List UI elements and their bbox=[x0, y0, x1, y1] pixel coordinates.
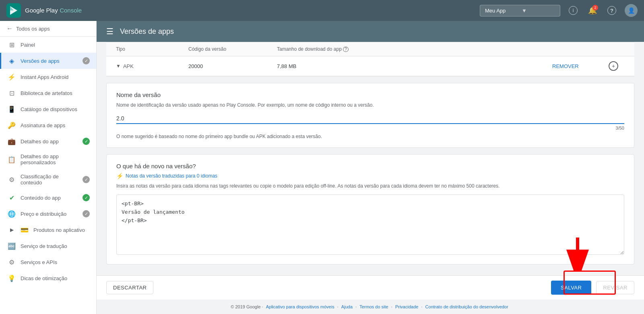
whats-new-title: O que há de novo na versão? bbox=[116, 163, 624, 169]
footer-link-ajuda[interactable]: Ajuda bbox=[341, 304, 353, 309]
back-arrow-icon: ← bbox=[6, 25, 13, 32]
back-label: Todos os apps bbox=[16, 26, 50, 32]
info-button[interactable]: i bbox=[567, 4, 580, 17]
footer-link-termos[interactable]: Termos do site bbox=[359, 304, 388, 309]
notes-textarea[interactable]: <pt-BR> Versão de lançamento </pt-BR> bbox=[116, 194, 624, 255]
version-name-hint: O nome sugerido é baseado no nome do pri… bbox=[116, 134, 624, 139]
review-button[interactable]: REVISAR bbox=[596, 281, 634, 294]
header-controls: Meu App ▼ i 🔔 2 ? 👤 bbox=[322, 4, 638, 17]
preco-check: ✓ bbox=[83, 210, 90, 217]
logo-text: Google Play Console bbox=[25, 7, 82, 14]
apk-table-card: Tipo Código da versão Tamanho de Tamanho… bbox=[106, 42, 634, 76]
play-store-icon bbox=[6, 3, 21, 18]
row-chevron-icon[interactable]: ▼ bbox=[116, 63, 121, 69]
version-name-title: Nome da versão bbox=[116, 91, 624, 98]
conteudo-icon: ✔ bbox=[8, 194, 16, 202]
sidebar-item-biblioteca[interactable]: ⊡ Biblioteca de artefatos bbox=[0, 85, 96, 101]
sidebar: ← Todos os apps ⊞ Painel ◈ Versões de ap… bbox=[0, 21, 97, 314]
spacer bbox=[97, 271, 644, 274]
col-codigo: Código da versão bbox=[188, 46, 277, 52]
sidebar-item-assinatura[interactable]: 🔑 Assinatura de apps bbox=[0, 117, 96, 133]
whats-new-card: O que há de novo na versão? ⚡ Notas da v… bbox=[106, 154, 634, 264]
page-header: ☰ Versões de apps bbox=[97, 21, 644, 42]
save-button[interactable]: SALVAR bbox=[551, 281, 591, 295]
logo-console: Console bbox=[60, 7, 82, 14]
sidebar-item-versoes[interactable]: ◈ Versões de apps ✓ bbox=[0, 53, 96, 69]
produtos-icon: 💳 bbox=[21, 226, 29, 234]
logo-google: Google Play bbox=[25, 7, 58, 14]
footer-dot-4: · bbox=[421, 304, 423, 309]
classificacao-check: ✓ bbox=[83, 176, 90, 183]
detalhes-icon: 💼 bbox=[8, 137, 16, 145]
footer-link-app[interactable]: Aplicativo para dispositivos móveis bbox=[266, 304, 334, 309]
catalogo-icon: 📱 bbox=[8, 105, 16, 113]
sidebar-item-traducao[interactable]: 🔤 Serviço de tradução bbox=[0, 238, 96, 254]
sidebar-item-conteudo[interactable]: ✔ Conteúdo do app ✓ bbox=[0, 190, 96, 206]
conteudo-check: ✓ bbox=[83, 194, 90, 201]
sidebar-label-preco: Preço e distribuição bbox=[21, 211, 78, 217]
classificacao-icon: ⚙ bbox=[8, 176, 16, 184]
footer-dot-3: · bbox=[391, 304, 394, 309]
dicas-icon: 💡 bbox=[8, 274, 16, 282]
sidebar-label-biblioteca: Biblioteca de artefatos bbox=[21, 90, 90, 96]
user-avatar[interactable]: 👤 bbox=[625, 4, 638, 17]
footer-link-privacidade[interactable]: Privacidade bbox=[395, 304, 418, 309]
detalhes-check: ✓ bbox=[83, 138, 90, 145]
grid-icon: ⊞ bbox=[8, 41, 16, 49]
help-button[interactable]: ? bbox=[605, 4, 618, 17]
hamburger-icon[interactable]: ☰ bbox=[106, 27, 114, 36]
translation-row: ⚡ Notas da versão traduzidas para 0 idio… bbox=[116, 173, 624, 179]
back-to-apps[interactable]: ← Todos os apps bbox=[0, 21, 96, 37]
sidebar-label-assinatura: Assinatura de apps bbox=[21, 122, 90, 128]
sidebar-item-detalhes-personalizado[interactable]: 📋 Detalhes do app personalizados bbox=[0, 149, 96, 169]
sidebar-label-conteudo: Conteúdo do app bbox=[21, 195, 78, 201]
sidebar-item-painel[interactable]: ⊞ Painel bbox=[0, 37, 96, 53]
sidebar-label-catalogo: Catálogo de dispositivos bbox=[21, 106, 90, 112]
footer-copyright: © 2019 Google bbox=[231, 304, 260, 309]
sidebar-item-catalogo[interactable]: 📱 Catálogo de dispositivos bbox=[0, 101, 96, 117]
version-name-card: Nome da versão Nome de identificação da … bbox=[106, 83, 634, 148]
main-layout: ← Todos os apps ⊞ Painel ◈ Versões de ap… bbox=[0, 21, 644, 314]
bottom-actions: DESCARTAR SALVAR REVISAR bbox=[97, 275, 644, 300]
sidebar-label-servicos: Serviços e APIs bbox=[21, 259, 90, 265]
cell-remove[interactable]: REMOVER bbox=[552, 63, 609, 69]
version-name-description: Nome de identificação da versão usado ap… bbox=[116, 101, 624, 109]
footer-link-contrato[interactable]: Contrato de distribuição do desenvolvedo… bbox=[425, 304, 508, 309]
notes-description: Insira as notas da versão para cada idio… bbox=[116, 182, 624, 190]
page-title: Versões de apps bbox=[120, 27, 174, 36]
cell-codigo: 20000 bbox=[188, 63, 277, 69]
sidebar-item-preco[interactable]: 🌐 Preço e distribuição ✓ bbox=[0, 206, 96, 222]
cell-tipo-value: APK bbox=[123, 63, 134, 69]
versoes-check: ✓ bbox=[83, 57, 90, 64]
sidebar-label-instant: Instant Apps Android bbox=[21, 74, 90, 80]
sidebar-label-classificacao: Classificação de conteúdo bbox=[21, 174, 78, 186]
footer: © 2019 Google · Aplicativo para disposit… bbox=[97, 300, 644, 314]
app-selector-label: Meu App bbox=[485, 8, 518, 14]
sidebar-item-produtos[interactable]: ▶ 💳 Produtos no aplicativo bbox=[0, 222, 96, 238]
sidebar-item-instant[interactable]: ⚡ Instant Apps Android bbox=[0, 69, 96, 85]
expand-icon: ▶ bbox=[8, 226, 16, 234]
notifications-button[interactable]: 🔔 2 bbox=[586, 4, 599, 17]
sidebar-item-classificacao[interactable]: ⚙ Classificação de conteúdo ✓ bbox=[0, 169, 96, 190]
translate-icon: ⚡ bbox=[116, 173, 123, 179]
personalizado-icon: 📋 bbox=[8, 155, 16, 163]
version-name-section: Nome da versão Nome de identificação da … bbox=[107, 83, 634, 147]
discard-button[interactable]: DESCARTAR bbox=[106, 281, 153, 294]
sidebar-item-dicas[interactable]: 💡 Dicas de otimização bbox=[0, 270, 96, 286]
traducao-icon: 🔤 bbox=[8, 242, 16, 250]
sidebar-label-produtos: Produtos no aplicativo bbox=[33, 227, 90, 233]
content-area: ☰ Versões de apps Tipo Código da versão … bbox=[97, 21, 644, 314]
remove-link[interactable]: REMOVER bbox=[552, 63, 579, 69]
cell-plus[interactable]: + bbox=[609, 61, 625, 71]
servicos-icon: ⚙ bbox=[8, 258, 16, 266]
app-selector[interactable]: Meu App ▼ bbox=[480, 5, 560, 17]
info-icon: i bbox=[569, 6, 578, 15]
plus-icon[interactable]: + bbox=[609, 61, 618, 71]
sidebar-item-detalhes[interactable]: 💼 Detalhes do app ✓ bbox=[0, 133, 96, 149]
sidebar-item-servicos[interactable]: ⚙ Serviços e APIs bbox=[0, 254, 96, 270]
translation-link[interactable]: Notas da versão traduzidas para 0 idioma… bbox=[126, 173, 217, 179]
sidebar-label-versoes: Versões de apps bbox=[21, 58, 78, 64]
assinatura-icon: 🔑 bbox=[8, 121, 16, 129]
version-name-input[interactable] bbox=[116, 114, 624, 124]
help-icon: ? bbox=[607, 6, 616, 15]
